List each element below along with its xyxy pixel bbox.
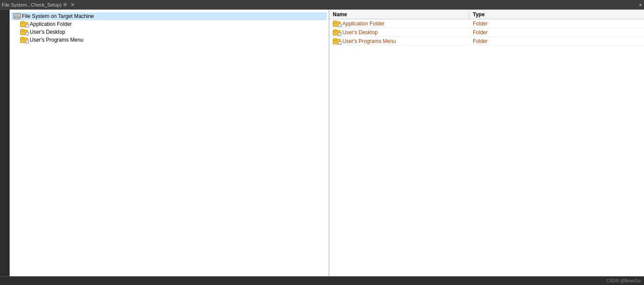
detail-panel: Name Type Application Folder Folder — [329, 10, 644, 276]
tree-panel[interactable]: File System on Target Machine Applicatio… — [10, 10, 329, 276]
close-button[interactable]: ✕ — [69, 2, 77, 8]
folder-icon-2 — [20, 37, 28, 43]
tree-root: File System on Target Machine Applicatio… — [10, 10, 329, 46]
sidebar-strip — [0, 10, 10, 276]
folder-icon-1 — [20, 29, 28, 35]
detail-row-name-text-0: Application Folder — [342, 21, 384, 27]
detail-row-name-text-1: User's Desktop — [342, 29, 378, 36]
detail-folder-small-2 — [338, 41, 341, 45]
folder-icon-0 — [20, 21, 28, 27]
status-bar: CSDN @BeanGo — [0, 276, 644, 285]
detail-row-0[interactable]: Application Folder Folder — [329, 19, 644, 28]
detail-folder-icon-1 — [333, 29, 341, 36]
detail-header-type: Type — [469, 11, 488, 18]
title-bar-left: File System...Check_Setup) ⊕ ✕ — [2, 2, 77, 8]
detail-row-2[interactable]: User's Programs Menu Folder — [329, 37, 644, 46]
detail-row-type-1: Folder — [469, 28, 491, 36]
detail-row-1[interactable]: User's Desktop Folder — [329, 28, 644, 37]
app-window: File System...Check_Setup) ⊕ ✕ ▸ File Sy… — [0, 0, 644, 285]
title-bar-expand-icon[interactable]: ▸ — [640, 2, 642, 7]
title-bar-title: File System...Check_Setup) — [2, 2, 61, 7]
tree-item-0[interactable]: Application Folder — [11, 20, 327, 28]
tree-root-label: File System on Target Machine — [22, 13, 94, 19]
detail-header-name: Name — [329, 11, 469, 18]
detail-row-type-2: Folder — [469, 37, 491, 45]
computer-icon — [13, 13, 20, 19]
detail-row-name-text-2: User's Programs Menu — [342, 38, 396, 44]
detail-folder-icon-2 — [333, 38, 341, 44]
detail-folder-icon-0 — [333, 21, 341, 27]
tree-item-1[interactable]: User's Desktop — [11, 28, 327, 36]
tree-item-label-1: User's Desktop — [30, 29, 65, 35]
tree-item-label-0: Application Folder — [30, 21, 72, 27]
detail-row-type-0: Folder — [469, 20, 491, 28]
folder-small-overlay-0 — [25, 24, 29, 28]
detail-row-name-0: Application Folder — [329, 20, 469, 28]
folder-small-overlay-1 — [25, 32, 29, 36]
tree-item-root[interactable]: File System on Target Machine — [11, 12, 327, 20]
detail-row-name-2: User's Programs Menu — [329, 37, 469, 45]
folder-small-overlay-2 — [25, 40, 29, 43]
main-content: File System on Target Machine Applicatio… — [0, 10, 644, 276]
detail-row-name-1: User's Desktop — [329, 28, 469, 36]
pin-button[interactable]: ⊕ — [63, 2, 67, 7]
detail-folder-small-0 — [338, 24, 341, 27]
title-bar-right: ▸ — [640, 2, 642, 7]
tree-item-2[interactable]: User's Programs Menu — [11, 36, 327, 44]
detail-folder-small-1 — [338, 32, 341, 36]
tree-item-label-2: User's Programs Menu — [30, 37, 83, 43]
detail-header: Name Type — [329, 10, 644, 19]
status-bar-text: CSDN @BeanGo — [606, 278, 640, 283]
title-bar: File System...Check_Setup) ⊕ ✕ ▸ — [0, 0, 644, 10]
